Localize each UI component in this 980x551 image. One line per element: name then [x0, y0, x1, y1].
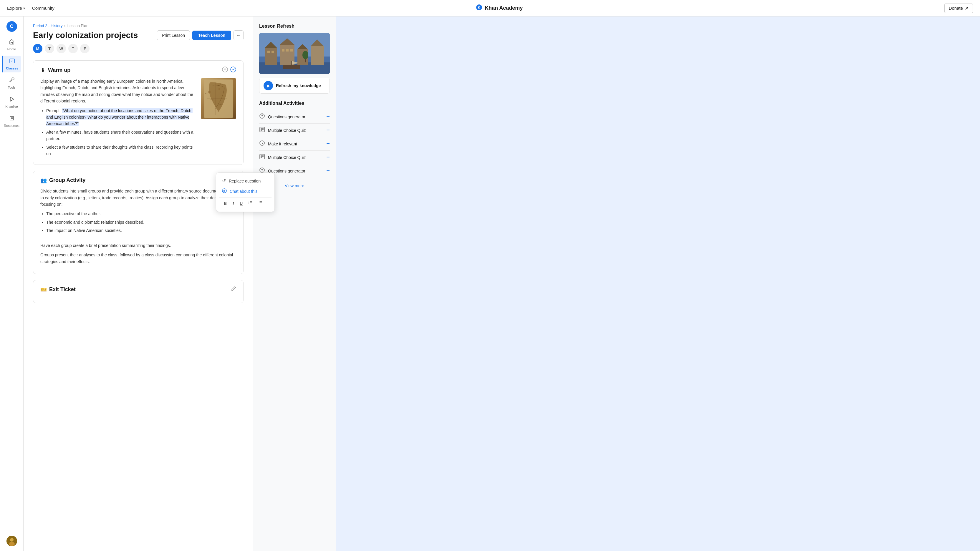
colonial-town-visual [259, 33, 330, 74]
refresh-my-knowledge-button[interactable]: ▶ Refresh my knowledge [259, 78, 330, 94]
page-title-row: Early colonization projects Print Lesson… [33, 30, 243, 40]
sidebar-item-tools[interactable]: Tools [2, 75, 21, 92]
sidebar-user-initial[interactable]: C [6, 21, 17, 32]
day-badge-monday[interactable]: M [33, 44, 42, 53]
sidebar-item-home[interactable]: Home [2, 37, 21, 53]
teach-lesson-button[interactable]: Teach Lesson [192, 30, 231, 40]
breadcrumb-current: Lesson Plan [67, 24, 89, 28]
chat-label: Chat about this [230, 189, 258, 194]
sidebar-item-khanlive[interactable]: Khanlive [2, 94, 21, 111]
community-link[interactable]: Community [32, 6, 54, 11]
user-avatar[interactable] [6, 536, 17, 546]
activity-item-1[interactable]: Multiple Choice Quiz + [259, 124, 330, 137]
svg-text:Dutch: Dutch [220, 84, 223, 86]
warmup-close-button[interactable] [222, 67, 228, 74]
logo-icon: K [476, 4, 482, 12]
activity-add-3[interactable]: + [326, 154, 330, 161]
svg-point-61 [262, 117, 262, 118]
warmup-highlight[interactable]: "What do you notice about the locations … [46, 108, 192, 126]
activity-item-2[interactable]: Make it relevant + [259, 137, 330, 151]
sidebar-item-resources[interactable]: Resources [2, 113, 21, 130]
activity-item-0[interactable]: Questions generator + [259, 110, 330, 124]
activity-list: Questions generator + Multiple Choice Qu… [259, 110, 330, 178]
day-badge-tuesday[interactable]: T [45, 44, 54, 53]
format-list-unordered[interactable] [256, 200, 265, 207]
explore-label: Explore [7, 6, 22, 11]
exit-edit-button[interactable] [231, 286, 236, 293]
questions-generator-icon-0 [259, 113, 265, 121]
format-italic[interactable]: I [230, 200, 236, 207]
additional-activities-title: Additional Activities [259, 101, 330, 106]
home-icon [9, 39, 15, 46]
breadcrumb-parent[interactable]: Period 2 - History [33, 24, 62, 28]
day-badge-thursday[interactable]: T [68, 44, 78, 53]
group-title-text: Group Activity [49, 177, 85, 183]
popup-menu: ↺ Replace question Chat about this B I U… [216, 173, 275, 212]
svg-rect-48 [311, 46, 324, 65]
explore-link[interactable]: Explore ▾ [7, 6, 25, 11]
group-footer-2: Groups present their analyses to the cla… [40, 252, 236, 265]
multiple-choice-icon-1 [259, 127, 265, 134]
warmup-bullet-3: Select a few students to share their tho… [46, 144, 196, 157]
activity-add-2[interactable]: + [326, 140, 330, 147]
more-options-button[interactable]: ··· [234, 30, 243, 40]
main-layout: Period 2 - History › Lesson Plan Early c… [24, 16, 980, 551]
replace-icon: ↺ [222, 178, 226, 184]
refresh-play-icon: ▶ [264, 81, 273, 91]
activity-label-0: Questions generator [268, 114, 305, 119]
format-toolbar: B I U 123 [219, 197, 272, 209]
prompt-label: Prompt: [46, 108, 62, 113]
exit-title: 🎫 Exit Ticket [40, 286, 76, 293]
svg-text:K: K [477, 5, 480, 10]
title-actions: Print Lesson Teach Lesson ··· [157, 30, 243, 40]
activity-add-4[interactable]: + [326, 167, 330, 174]
svg-point-36 [259, 201, 259, 202]
donate-button[interactable]: Donate ↗ [944, 3, 973, 13]
group-footer-1: Have each group create a brief presentat… [40, 242, 236, 249]
nav-left: Explore ▾ Community [7, 6, 54, 11]
svg-rect-56 [286, 49, 289, 51]
day-label-4: F [84, 46, 86, 51]
svg-rect-55 [282, 49, 285, 51]
svg-rect-54 [272, 51, 274, 53]
warmup-check-button[interactable] [230, 67, 236, 74]
sidebar-item-classes[interactable]: Classes [2, 56, 21, 72]
format-underline[interactable]: U [237, 200, 245, 207]
activity-add-0[interactable]: + [326, 113, 330, 120]
lesson-refresh-image [259, 33, 330, 74]
refresh-label: Refresh my knowledge [276, 83, 321, 88]
activity-left-0: Questions generator [259, 113, 305, 121]
sidebar-khanlive-label: Khanlive [5, 105, 18, 108]
svg-point-26 [222, 189, 226, 193]
logo[interactable]: K Khan Academy [476, 4, 523, 12]
format-bold[interactable]: B [221, 200, 229, 207]
svg-text:English: English [218, 103, 222, 105]
replace-question-item[interactable]: ↺ Replace question [219, 176, 272, 186]
activity-item-3[interactable]: Multiple Choice Quiz + [259, 151, 330, 164]
tools-icon [9, 77, 15, 84]
activity-label-3: Multiple Choice Quiz [268, 155, 305, 160]
warmup-bullets: Prompt: "What do you notice about the lo… [40, 108, 196, 157]
svg-point-59 [302, 51, 308, 59]
day-label-0: M [36, 46, 40, 51]
logo-text: Khan Academy [485, 5, 523, 11]
svg-rect-2 [11, 42, 13, 44]
warmup-text: Display an image of a map showing early … [40, 78, 196, 159]
map-visual: N Dutch French English [201, 78, 236, 119]
activity-add-1[interactable]: + [326, 127, 330, 133]
day-badge-wednesday[interactable]: W [57, 44, 66, 53]
sidebar-classes-label: Classes [6, 67, 18, 70]
chat-about-this-item[interactable]: Chat about this [219, 186, 272, 196]
warmup-actions [222, 67, 236, 74]
page-title: Early colonization projects [33, 30, 138, 40]
svg-point-72 [262, 171, 262, 172]
day-badge-friday[interactable]: F [80, 44, 89, 53]
print-lesson-button[interactable]: Print Lesson [157, 30, 190, 40]
explore-chevron: ▾ [23, 6, 25, 10]
top-nav: Explore ▾ Community K Khan Academy Donat… [0, 0, 980, 16]
format-list-ordered[interactable]: 123 [246, 200, 255, 207]
warmup-header: 🌡 Warm up [40, 67, 236, 74]
svg-rect-50 [283, 65, 301, 69]
group-bullet-0: The perspective of the author. [46, 210, 236, 217]
sidebar-tools-label: Tools [8, 86, 16, 89]
